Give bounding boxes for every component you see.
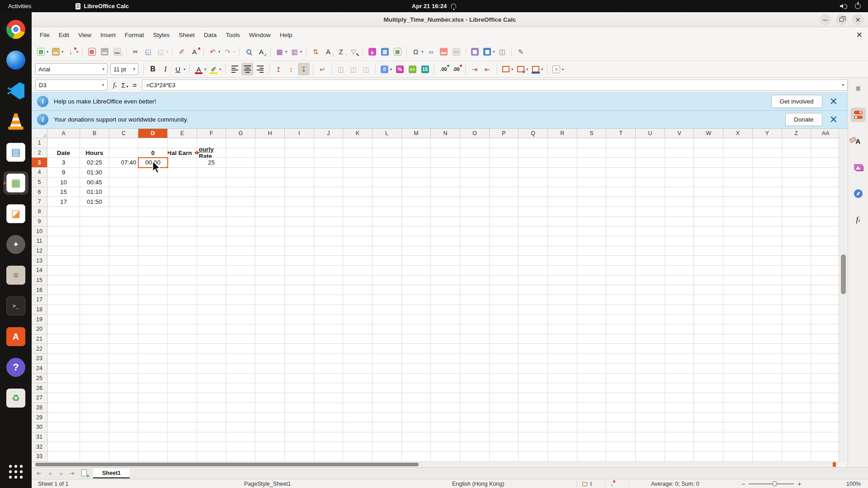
cell-B1[interactable] — [80, 138, 109, 148]
cell-E22[interactable] — [168, 344, 197, 354]
split-window-button[interactable]: ◫ — [496, 46, 508, 58]
cell-N14[interactable] — [431, 266, 460, 276]
activities-button[interactable]: Activities — [0, 0, 39, 12]
cell-F4[interactable] — [197, 168, 226, 178]
cell-Y22[interactable] — [753, 344, 782, 354]
cell-J22[interactable] — [314, 344, 344, 354]
cell-D26[interactable] — [138, 383, 168, 393]
cell-X14[interactable] — [723, 266, 753, 276]
row-header-27[interactable]: 27 — [32, 393, 47, 403]
cell-L15[interactable] — [373, 276, 402, 286]
column-header-M[interactable]: M — [402, 129, 431, 138]
cell-R3[interactable] — [548, 158, 577, 168]
cell-X15[interactable] — [723, 276, 753, 286]
cell-K16[interactable] — [343, 285, 373, 295]
cell-G12[interactable] — [226, 246, 255, 256]
cell-E20[interactable] — [168, 324, 197, 334]
dock-item-terminal[interactable]: >_ — [3, 294, 28, 318]
cell-M8[interactable] — [402, 207, 431, 217]
cell-M11[interactable] — [402, 236, 431, 246]
cell-P29[interactable] — [490, 413, 519, 422]
cell-D30[interactable] — [138, 422, 168, 432]
cell-Q10[interactable] — [519, 226, 548, 236]
first-sheet-icon[interactable]: ⇤ — [34, 470, 44, 477]
cell-D8[interactable] — [138, 207, 168, 217]
sidebar-navigator-deck[interactable] — [850, 186, 866, 201]
cell-I19[interactable] — [285, 314, 314, 324]
new-document-button[interactable]: ▤▾ — [35, 46, 49, 58]
cell-Y24[interactable] — [753, 364, 782, 374]
cell-Y3[interactable] — [753, 158, 782, 168]
cell-J21[interactable] — [314, 334, 344, 344]
cell-R16[interactable] — [548, 285, 577, 295]
row-header-7[interactable]: 7 — [32, 197, 47, 207]
cell-Z4[interactable] — [782, 168, 811, 178]
cell-U17[interactable] — [636, 295, 665, 305]
cell-Y19[interactable] — [753, 314, 782, 324]
cell-O22[interactable] — [460, 344, 490, 354]
row-header-1[interactable]: 1 — [32, 138, 47, 148]
dock-item-ubuntu-software[interactable]: A — [3, 325, 28, 348]
cell-V13[interactable] — [665, 256, 694, 266]
row-header-25[interactable]: 25 — [32, 374, 47, 384]
cell-Y13[interactable] — [753, 256, 782, 266]
cell-E11[interactable] — [168, 236, 197, 246]
cell-V2[interactable] — [665, 148, 694, 158]
column-header-J[interactable]: J — [314, 129, 344, 138]
row-header-17[interactable]: 17 — [32, 295, 47, 305]
font-name-combo[interactable]: Arial▾ — [35, 63, 108, 75]
cell-I3[interactable] — [285, 158, 314, 168]
cell-D31[interactable] — [138, 432, 168, 442]
cell-C2[interactable] — [109, 148, 139, 158]
cell-Q13[interactable] — [519, 256, 548, 266]
cell-H3[interactable] — [255, 158, 285, 168]
cell-Q32[interactable] — [519, 442, 548, 452]
cell-W15[interactable] — [694, 276, 723, 286]
cell-H29[interactable] — [255, 413, 285, 422]
cell-Q1[interactable] — [519, 138, 548, 148]
cell-T32[interactable] — [606, 442, 636, 452]
rows-button[interactable]: ▦▾ — [274, 46, 288, 58]
cell-O18[interactable] — [460, 305, 490, 315]
cell-J5[interactable] — [314, 178, 344, 188]
cell-B27[interactable] — [80, 393, 109, 403]
cell-W21[interactable] — [694, 334, 723, 344]
cell-X19[interactable] — [723, 314, 753, 324]
cell-W9[interactable] — [694, 217, 723, 227]
hyperlink-button[interactable]: ∞ — [425, 46, 437, 58]
cell-AA23[interactable] — [811, 354, 839, 364]
cell-Y6[interactable] — [753, 187, 782, 197]
cell-O15[interactable] — [460, 276, 490, 286]
cell-I32[interactable] — [285, 442, 314, 452]
column-header-I[interactable]: I — [285, 129, 314, 138]
cell-M30[interactable] — [402, 422, 431, 432]
cell-V1[interactable] — [665, 138, 694, 148]
cell-D16[interactable] — [138, 285, 168, 295]
cell-K13[interactable] — [343, 256, 373, 266]
cell-P20[interactable] — [490, 324, 519, 334]
cell-O23[interactable] — [460, 354, 490, 364]
cell-AA26[interactable] — [811, 383, 839, 393]
cell-Q20[interactable] — [519, 324, 548, 334]
cell-L26[interactable] — [373, 383, 402, 393]
cell-AA8[interactable] — [811, 207, 839, 217]
add-sheet-icon[interactable]: + — [81, 469, 89, 478]
cell-O21[interactable] — [460, 334, 490, 344]
cell-AA25[interactable] — [811, 374, 839, 384]
cell-R26[interactable] — [548, 383, 577, 393]
row-header-29[interactable]: 29 — [32, 413, 47, 422]
cell-B8[interactable] — [80, 207, 109, 217]
next-sheet-icon[interactable]: » — [56, 470, 66, 477]
cell-J2[interactable] — [314, 148, 344, 158]
cell-S18[interactable] — [577, 305, 607, 315]
cell-O12[interactable] — [460, 246, 490, 256]
cell-H10[interactable] — [255, 226, 285, 236]
cell-Q2[interactable] — [519, 148, 548, 158]
cell-U9[interactable] — [636, 217, 665, 227]
cell-E23[interactable] — [168, 354, 197, 364]
menu-help[interactable]: Help — [275, 30, 297, 40]
cell-B23[interactable] — [80, 354, 109, 364]
cell-Q28[interactable] — [519, 403, 548, 413]
column-header-O[interactable]: O — [460, 129, 490, 138]
clone-formatting-button[interactable]: ✐ — [176, 46, 188, 58]
